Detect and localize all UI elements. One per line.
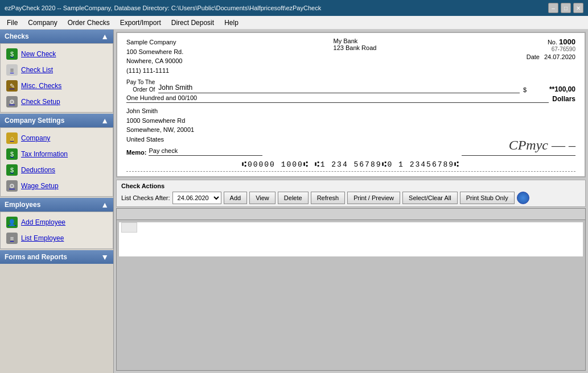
sidebar-company-settings-title: Company Settings: [5, 117, 64, 125]
title-bar: ezPayCheck 2020 -- SampleCompany, Databa…: [0, 0, 588, 16]
view-button[interactable]: View: [249, 192, 276, 204]
print-stub-only-button[interactable]: Print Stub Only: [460, 192, 515, 204]
check-list-area: [116, 208, 586, 371]
sidebar-link-new-check: New Check: [21, 50, 56, 58]
date-value: 24.07.2020: [544, 53, 575, 60]
sidebar: Checks ▲ $ New Check ≡ Check List ✎ Misc…: [0, 30, 114, 373]
sidebar-link-company: Company: [21, 134, 50, 142]
sidebar-item-check-list[interactable]: ≡ Check List: [3, 62, 110, 78]
sidebar-item-deductions[interactable]: $ Deductions: [3, 162, 110, 178]
add-button[interactable]: Add: [224, 192, 248, 204]
menu-help[interactable]: Help: [220, 18, 243, 28]
check-no-row: No. 1000: [527, 38, 575, 46]
main-layout: Checks ▲ $ New Check ≡ Check List ✎ Misc…: [0, 30, 588, 373]
misc-checks-icon: ✎: [6, 80, 18, 92]
title-bar-controls: – □ ✕: [548, 3, 583, 13]
sidebar-header-company-settings[interactable]: Company Settings ▲: [0, 114, 113, 127]
bank-name: My Bank: [334, 38, 377, 44]
refresh-button[interactable]: Refresh: [311, 192, 346, 204]
sidebar-header-employees[interactable]: Employees ▲: [0, 198, 113, 212]
written-amount: One Hundred and 00/100: [126, 94, 549, 103]
check-setup-icon: ⚙: [6, 96, 18, 107]
restore-button[interactable]: □: [561, 3, 571, 13]
list-checks-after-label: List Checks After:: [121, 194, 170, 201]
sidebar-employees-title: Employees: [5, 201, 40, 209]
signature: CPmyc ― –: [462, 138, 575, 156]
company-icon: ⌂: [6, 132, 18, 144]
sidebar-item-misc-checks[interactable]: ✎ Misc. Checks: [3, 78, 110, 94]
sidebar-header-checks[interactable]: Checks ▲: [0, 30, 113, 43]
sidebar-checks-content: $ New Check ≡ Check List ✎ Misc. Checks …: [0, 43, 113, 113]
check-list-icon: ≡: [6, 64, 18, 76]
sidebar-company-settings-content: ⌂ Company $ Tax Information $ Deductions…: [0, 127, 113, 197]
bank-info: My Bank 123 Bank Road: [334, 38, 377, 75]
sidebar-item-company[interactable]: ⌂ Company: [3, 130, 110, 146]
delete-button[interactable]: Delete: [278, 192, 309, 204]
company-info: Sample Company 100 Somewhere Rd. Nowhere…: [126, 38, 183, 75]
menu-direct-deposit[interactable]: Direct Deposit: [167, 18, 219, 28]
sidebar-link-check-setup: Check Setup: [21, 98, 60, 106]
check-amount: **100,00: [530, 85, 575, 93]
checks-collapse-icon: ▲: [101, 32, 109, 41]
payee-addr1: John Smith: [126, 106, 262, 116]
check-divider: [126, 171, 575, 172]
memo-row: Memo: Pay check: [126, 147, 262, 156]
check-display: Sample Company 100 Somewhere Rd. Nowhere…: [116, 32, 586, 177]
check-bottom: John Smith 1000 Somewhere Rd Somewhere, …: [126, 106, 575, 156]
menu-company[interactable]: Company: [23, 18, 61, 28]
close-button[interactable]: ✕: [573, 3, 583, 13]
company-phone: (111) 111-1111: [126, 66, 183, 76]
routing-number: 67-76590: [527, 46, 575, 52]
written-amount-row: One Hundred and 00/100 Dollars: [126, 94, 575, 103]
title-bar-text: ezPayCheck 2020 -- SampleCompany, Databa…: [5, 5, 321, 11]
select-clear-all-button[interactable]: Select/Clear All: [402, 192, 458, 204]
menu-file[interactable]: File: [2, 18, 22, 28]
date-label: Date: [527, 53, 540, 60]
payee-addr4: United States: [126, 135, 262, 144]
sidebar-link-list-employee: List Employee: [21, 234, 64, 242]
minimize-button[interactable]: –: [548, 3, 558, 13]
sidebar-item-add-employee[interactable]: 👤 Add Employee: [3, 214, 110, 230]
sidebar-item-tax-information[interactable]: $ Tax Information: [3, 146, 110, 162]
deductions-icon: $: [6, 164, 18, 176]
add-employee-icon: 👤: [6, 217, 18, 228]
company-addr2: Nowhere, CA 90000: [126, 56, 183, 66]
signature-area: CPmyc ― –: [272, 106, 575, 156]
micr-line: ⑆00000 1000⑆ ⑆1 234 56789⑆0 1 23456789⑆: [126, 160, 575, 169]
check-actions-label: Check Actions: [121, 183, 581, 189]
check-no-label: No.: [548, 39, 557, 45]
forms-reports-collapse-icon: ▼: [101, 252, 109, 262]
list-employee-icon: ≡: [6, 233, 18, 244]
print-preview-button[interactable]: Print / Preview: [347, 192, 400, 204]
sidebar-item-list-employee[interactable]: ≡ List Employee: [3, 230, 110, 246]
menu-order-checks[interactable]: Order Checks: [63, 18, 114, 28]
sidebar-link-wage-setup: Wage Setup: [21, 182, 59, 190]
sidebar-item-wage-setup[interactable]: ⚙ Wage Setup: [3, 178, 110, 194]
sidebar-section-employees: Employees ▲ 👤 Add Employee ≡ List Employ…: [0, 198, 113, 249]
payee-addr2: 1000 Somewhere Rd: [126, 116, 262, 126]
payee-name: John Smith: [158, 84, 520, 93]
sidebar-header-forms-reports[interactable]: Forms and Reports ▼: [0, 250, 113, 264]
sidebar-item-check-setup[interactable]: ⚙ Check Setup: [3, 94, 110, 110]
list-checks-date-dropdown[interactable]: 24.06.2020: [172, 192, 221, 204]
check-row-sample: [121, 222, 137, 233]
dollars-label: Dollars: [552, 95, 575, 103]
pay-to-label: Pay To TheOrder Of: [126, 78, 155, 93]
tax-info-icon: $: [6, 148, 18, 160]
employees-collapse-icon: ▲: [101, 200, 109, 209]
sidebar-checks-title: Checks: [5, 32, 29, 40]
check-number: 1000: [559, 38, 575, 46]
menu-export-import[interactable]: Export/Import: [116, 18, 166, 28]
sidebar-link-misc-checks: Misc. Checks: [21, 82, 61, 90]
wage-setup-icon: ⚙: [6, 180, 18, 192]
globe-button[interactable]: [517, 192, 529, 204]
sidebar-section-company-settings: Company Settings ▲ ⌂ Company $ Tax Infor…: [0, 114, 113, 197]
sidebar-link-deductions: Deductions: [21, 166, 55, 174]
dollar-sign: $: [523, 86, 527, 93]
date-row: Date 24.07.2020: [527, 53, 575, 60]
sidebar-link-check-list: Check List: [21, 66, 53, 74]
bank-addr: 123 Bank Road: [334, 44, 377, 51]
payee-address-block: John Smith 1000 Somewhere Rd Somewhere, …: [126, 106, 262, 156]
sidebar-item-new-check[interactable]: $ New Check: [3, 46, 110, 62]
check-actions-bar: Check Actions List Checks After: 24.06.2…: [116, 180, 586, 207]
